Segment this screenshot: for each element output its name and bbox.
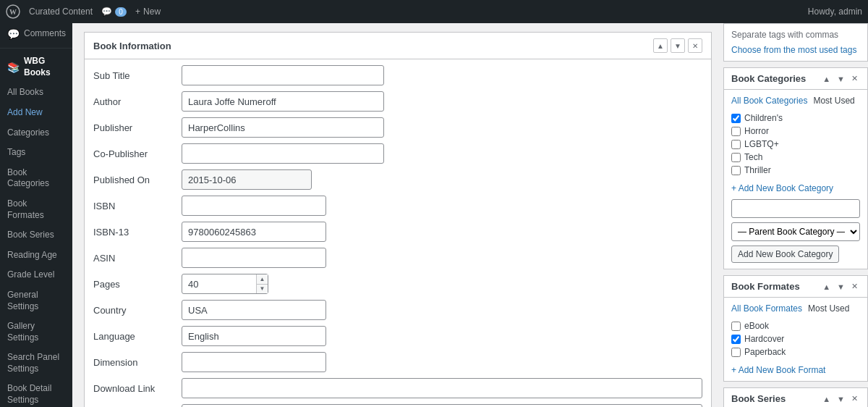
author-label: Author bbox=[93, 96, 173, 107]
sidebar-item-grade-level[interactable]: Grade Level bbox=[0, 265, 72, 285]
publisher-label: Publisher bbox=[93, 122, 173, 133]
isbn13-row: ISBN-13 bbox=[93, 222, 702, 242]
cat-collapse-up-btn[interactable]: ▲ bbox=[820, 73, 833, 85]
book-series-controls: ▲ ▼ ✕ bbox=[820, 393, 860, 405]
category-item-thriller: Thriller bbox=[731, 164, 860, 177]
collapse-up-btn[interactable]: ▲ bbox=[653, 38, 668, 53]
category-checkbox-childrens[interactable] bbox=[731, 114, 741, 123]
fmt-collapse-up-btn[interactable]: ▲ bbox=[820, 281, 833, 293]
format-checkbox-ebook[interactable] bbox=[731, 322, 741, 331]
book-categories-body: All Book Categories Most Used Children's… bbox=[724, 90, 867, 269]
author-input[interactable] bbox=[182, 91, 384, 112]
asin-input[interactable] bbox=[182, 248, 326, 268]
sidebar-item-add-new[interactable]: Add New bbox=[0, 103, 72, 123]
comments-link[interactable]: 💬 0 bbox=[101, 7, 127, 17]
format-item-paperback: Paperback bbox=[731, 345, 860, 358]
download-link-label: Download Link bbox=[93, 383, 173, 394]
book-information-box: Book Information ▲ ▼ ✕ Sub Title bbox=[84, 32, 712, 407]
add-new-format-link[interactable]: + Add New Book Format bbox=[731, 365, 825, 375]
book-icon: 📚 bbox=[7, 61, 20, 74]
published-on-input[interactable] bbox=[182, 169, 312, 190]
book-formats-box: Book Formates ▲ ▼ ✕ All Book Formates Mo… bbox=[723, 275, 868, 382]
sidebar-item-book-detail-settings[interactable]: Book Detail Settings bbox=[0, 379, 72, 407]
country-label: Country bbox=[93, 305, 173, 316]
book-info-body: Sub Title Author Publisher bbox=[85, 59, 711, 407]
subtitle-input[interactable] bbox=[182, 65, 384, 85]
sidebar-item-book-series[interactable]: Book Series bbox=[0, 225, 72, 246]
book-info-title: Book Information bbox=[93, 41, 171, 51]
all-book-formats-tab[interactable]: All Book Formates bbox=[731, 303, 802, 314]
choose-tags-link[interactable]: Choose from the most used tags bbox=[731, 45, 856, 55]
published-on-row: Published On bbox=[93, 169, 702, 190]
series-close-btn[interactable]: ✕ bbox=[849, 393, 860, 405]
cat-collapse-down-btn[interactable]: ▼ bbox=[835, 73, 847, 85]
format-checkbox-hardcover[interactable] bbox=[731, 335, 741, 344]
isbn13-input[interactable] bbox=[182, 222, 326, 242]
all-book-categories-tab[interactable]: All Book Categories bbox=[731, 96, 807, 106]
download-link-input[interactable] bbox=[182, 378, 702, 398]
meta-box-controls: ▲ ▼ ✕ bbox=[653, 38, 702, 53]
sidebar-item-search-panel-settings[interactable]: Search Panel Settings bbox=[0, 348, 72, 379]
fmt-close-btn[interactable]: ✕ bbox=[849, 280, 860, 293]
most-used-formats-tab[interactable]: Most Used bbox=[808, 303, 849, 314]
comments-icon: 💬 bbox=[7, 28, 20, 41]
sidebar-item-comments[interactable]: 💬 Comments bbox=[0, 23, 72, 45]
series-collapse-up-btn[interactable]: ▲ bbox=[820, 393, 833, 405]
sidebar: 💬 Comments 📚 WBG Books All Books Add New… bbox=[0, 23, 72, 407]
pages-up-btn[interactable]: ▲ bbox=[257, 274, 268, 285]
language-input[interactable] bbox=[182, 326, 326, 346]
sidebar-item-book-categories[interactable]: Book Categories bbox=[0, 163, 72, 194]
pages-down-btn[interactable]: ▼ bbox=[257, 285, 268, 294]
copublisher-label: Co-Publisher bbox=[93, 148, 173, 159]
book-categories-controls: ▲ ▼ ✕ bbox=[820, 72, 860, 85]
sidebar-item-categories[interactable]: Categories bbox=[0, 123, 72, 143]
format-checkbox-paperback[interactable] bbox=[731, 348, 741, 357]
sidebar-item-wbg-books[interactable]: 📚 WBG Books bbox=[0, 51, 72, 83]
buy-from-link-input[interactable] bbox=[182, 404, 702, 407]
book-formats-controls: ▲ ▼ ✕ bbox=[820, 280, 860, 293]
copublisher-row: Co-Publisher bbox=[93, 143, 702, 164]
country-input[interactable] bbox=[182, 300, 326, 320]
category-label-lgbtq: LGBTQ+ bbox=[744, 139, 779, 149]
close-btn[interactable]: ✕ bbox=[688, 38, 702, 53]
category-checkbox-tech[interactable] bbox=[731, 153, 741, 162]
category-search-input[interactable] bbox=[731, 199, 860, 218]
book-categories-title: Book Categories bbox=[731, 73, 806, 84]
wp-logo-link[interactable]: W bbox=[6, 4, 20, 19]
add-category-btn[interactable]: Add New Book Category bbox=[731, 246, 839, 263]
book-formats-body: All Book Formates Most Used eBook Hardco… bbox=[724, 298, 867, 381]
pages-wrap: ▲ ▼ bbox=[182, 274, 268, 294]
pages-row: Pages ▲ ▼ bbox=[93, 274, 702, 294]
sidebar-item-general-settings[interactable]: General Settings bbox=[0, 285, 72, 316]
sidebar-item-tags[interactable]: Tags bbox=[0, 143, 72, 163]
pages-label: Pages bbox=[93, 279, 173, 290]
howdy-text: Howdy, admin bbox=[808, 7, 862, 17]
new-link[interactable]: + New bbox=[135, 7, 161, 17]
collapse-down-btn[interactable]: ▼ bbox=[671, 38, 685, 53]
series-collapse-down-btn[interactable]: ▼ bbox=[835, 393, 847, 405]
site-name[interactable]: Curated Content bbox=[29, 7, 93, 17]
category-checkbox-lgbtq[interactable] bbox=[731, 140, 741, 149]
fmt-collapse-down-btn[interactable]: ▼ bbox=[835, 281, 847, 293]
copublisher-input[interactable] bbox=[182, 143, 384, 164]
book-categories-header: Book Categories ▲ ▼ ✕ bbox=[724, 68, 867, 90]
most-used-categories-tab[interactable]: Most Used bbox=[813, 96, 854, 106]
pages-input[interactable] bbox=[182, 274, 268, 294]
asin-label: ASIN bbox=[93, 253, 173, 264]
parent-category-select[interactable]: — Parent Book Category — bbox=[731, 222, 860, 241]
published-on-label: Published On bbox=[93, 175, 173, 185]
category-checkbox-thriller[interactable] bbox=[731, 166, 741, 175]
book-series-header: Book Series ▲ ▼ ✕ bbox=[724, 388, 867, 407]
sidebar-item-all-books[interactable]: All Books bbox=[0, 83, 72, 103]
cat-close-btn[interactable]: ✕ bbox=[849, 72, 860, 85]
sidebar-item-gallery-settings[interactable]: Gallery Settings bbox=[0, 316, 72, 348]
dimension-input[interactable] bbox=[182, 352, 326, 372]
add-new-category-link[interactable]: + Add New Book Category bbox=[731, 183, 833, 193]
sidebar-item-book-formates[interactable]: Book Formates bbox=[0, 194, 72, 225]
book-info-header: Book Information ▲ ▼ ✕ bbox=[85, 33, 711, 59]
isbn-input[interactable] bbox=[182, 196, 326, 216]
category-checkbox-horror[interactable] bbox=[731, 127, 741, 136]
sidebar-item-reading-age[interactable]: Reading Age bbox=[0, 246, 72, 266]
category-label-tech: Tech bbox=[744, 152, 762, 162]
publisher-input[interactable] bbox=[182, 117, 384, 138]
